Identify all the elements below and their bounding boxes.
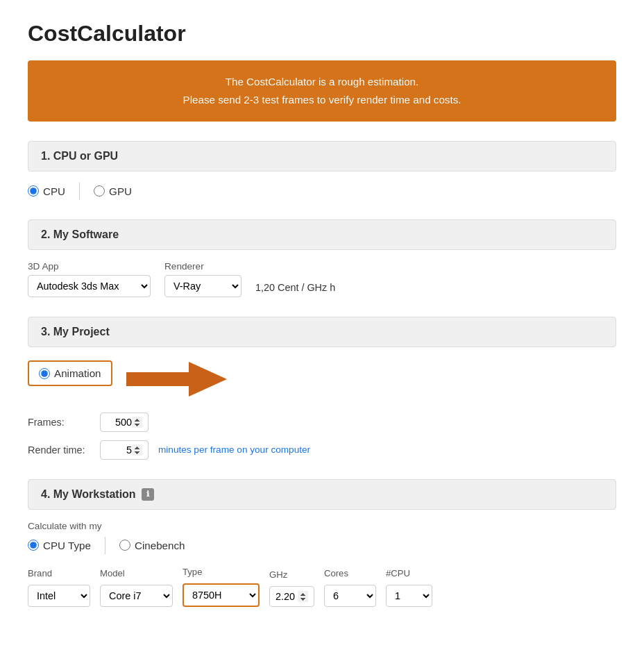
renderer-group: Renderer V-Ray Corona Arnold Redshift: [164, 261, 242, 297]
brand-label: Brand: [28, 568, 90, 578]
cores-group: Cores 6 4 8 12 16: [324, 568, 376, 607]
software-form-row: 3D App Autodesk 3ds Max Maya Blender Cin…: [28, 261, 616, 297]
cpu-radio[interactable]: [28, 185, 39, 197]
cpu-option[interactable]: CPU: [28, 183, 79, 200]
hardware-row: Brand Intel AMD Model Core i7 Core i5 Co…: [28, 567, 616, 607]
app-group: 3D App Autodesk 3ds Max Maya Blender Cin…: [28, 261, 151, 297]
calc-radio-group: CPU Type Cinebench: [28, 537, 616, 554]
app-label: 3D App: [28, 261, 151, 272]
model-label: Model: [100, 568, 173, 578]
banner-line1: The CostCalculator is a rough estimation…: [42, 73, 602, 91]
model-select[interactable]: Core i7 Core i5 Core i9 Xeon: [100, 585, 173, 607]
ghz-group: GHz: [269, 569, 314, 607]
section3-header: 3. My Project: [28, 317, 616, 347]
renderer-label: Renderer: [164, 261, 242, 272]
price-text: 1,20 Cent / GHz h: [255, 282, 335, 297]
type-label: Type: [183, 567, 260, 577]
info-icon[interactable]: ℹ: [142, 488, 154, 501]
cpu-type-label: CPU Type: [43, 540, 91, 551]
renderer-select[interactable]: V-Ray Corona Arnold Redshift: [164, 275, 242, 297]
gpu-radio[interactable]: [94, 185, 105, 197]
section-project: 3. My Project Animation Frames: Render t…: [28, 317, 616, 460]
animation-label: Animation: [54, 367, 101, 379]
brand-select[interactable]: Intel AMD: [28, 585, 90, 607]
cpu-label: CPU: [43, 185, 65, 197]
frames-input[interactable]: [100, 412, 149, 432]
page-title: CostCalculator: [28, 21, 616, 47]
frames-row: Frames:: [28, 412, 616, 432]
calc-label: Calculate with my: [28, 521, 616, 531]
gpu-label: GPU: [109, 185, 132, 197]
section1-header: 1. CPU or GPU: [28, 141, 616, 172]
cpu-type-radio[interactable]: [28, 540, 39, 551]
section-cpu-gpu: 1. CPU or GPU CPU GPU: [28, 141, 616, 200]
section-workstation: 4. My Workstation ℹ Calculate with my CP…: [28, 479, 616, 607]
arrow-icon: [119, 358, 230, 400]
frames-label: Frames:: [28, 417, 90, 428]
render-time-input[interactable]: [100, 440, 149, 460]
brand-group: Brand Intel AMD: [28, 568, 90, 607]
cpu-gpu-radio-group: CPU GPU: [28, 183, 616, 200]
gpu-option[interactable]: GPU: [79, 183, 146, 200]
svg-marker-0: [126, 362, 227, 397]
cinebench-label: Cinebench: [135, 540, 185, 551]
workstation-header-content: 4. My Workstation ℹ: [41, 488, 603, 501]
cpu-count-label: #CPU: [386, 568, 432, 578]
app-select[interactable]: Autodesk 3ds Max Maya Blender Cinema 4D …: [28, 275, 151, 297]
section2-header: 2. My Software: [28, 219, 616, 250]
cinebench-radio[interactable]: [119, 540, 130, 551]
cpu-count-select[interactable]: 1 2 3 4: [386, 585, 432, 607]
section4-header: 4. My Workstation ℹ: [28, 479, 616, 510]
section-software: 2. My Software 3D App Autodesk 3ds Max M…: [28, 219, 616, 297]
info-banner: The CostCalculator is a rough estimation…: [28, 60, 616, 122]
render-time-hint: minutes per frame on your computer: [158, 444, 310, 455]
animation-option[interactable]: Animation: [28, 360, 112, 386]
cores-label: Cores: [324, 568, 376, 578]
render-time-row: Render time: minutes per frame on your c…: [28, 440, 616, 460]
cinebench-option[interactable]: Cinebench: [105, 537, 199, 554]
render-time-label: Render time:: [28, 444, 90, 456]
animation-radio[interactable]: [39, 368, 50, 379]
ghz-label: GHz: [269, 569, 314, 580]
type-group: Type 8750H 8700K 9900K 10750H: [183, 567, 260, 607]
cpu-count-group: #CPU 1 2 3 4: [386, 568, 432, 607]
cpu-type-option[interactable]: CPU Type: [28, 537, 105, 554]
type-select[interactable]: 8750H 8700K 9900K 10750H: [183, 583, 260, 607]
animation-arrow-container: Animation: [28, 358, 616, 400]
section4-title: 4. My Workstation: [41, 488, 136, 501]
banner-line2: Please send 2-3 test frames to verify re…: [42, 91, 602, 109]
model-group: Model Core i7 Core i5 Core i9 Xeon: [100, 568, 173, 607]
cores-select[interactable]: 6 4 8 12 16: [324, 585, 376, 607]
ghz-input[interactable]: [269, 586, 314, 607]
